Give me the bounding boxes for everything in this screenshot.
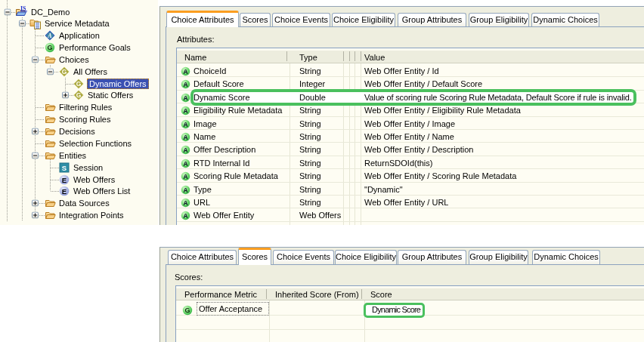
svg-text:IS: IS <box>20 5 26 12</box>
